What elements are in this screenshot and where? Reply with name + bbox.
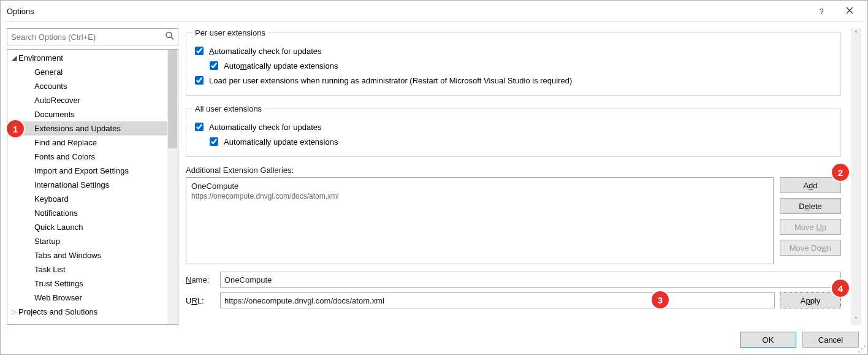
chevron-right-icon[interactable] — [10, 308, 18, 316]
apply-button[interactable]: Apply — [780, 292, 841, 308]
callout-1: 1 — [7, 120, 24, 137]
tree-item-international[interactable]: International Settings — [7, 178, 178, 192]
search-container — [7, 28, 178, 45]
chk-all-auto-update: Automatically update extensions — [207, 136, 834, 148]
window-title: Options — [7, 7, 807, 16]
url-row: URL: Apply — [186, 292, 841, 308]
per-user-group: Per user extensions Automatically check … — [186, 28, 841, 96]
name-row: Name: — [186, 272, 841, 288]
options-tree[interactable]: Environment General Accounts AutoRecover… — [7, 49, 178, 325]
chk-auto-check-updates-box[interactable] — [195, 47, 204, 55]
chk-load-admin: Load per user extensions when running as… — [192, 74, 834, 86]
help-icon: ? — [819, 7, 823, 16]
page-scrollbar[interactable]: ˄ ˅ — [851, 28, 861, 325]
chk-auto-update-ext: Automatically update extensions — [207, 59, 834, 72]
all-user-legend: All user extensions — [192, 104, 264, 113]
tree-item-documents[interactable]: Documents — [7, 107, 178, 121]
move-down-button[interactable]: Move Down — [780, 240, 841, 256]
callout-3: 3 — [652, 291, 669, 308]
url-label: URL: — [186, 296, 215, 305]
tree-item-accounts[interactable]: Accounts — [7, 79, 178, 93]
add-button[interactable]: Add — [780, 177, 841, 193]
tree-item-web-browser[interactable]: Web Browser — [7, 291, 178, 305]
svg-line-3 — [171, 37, 173, 40]
all-user-group: All user extensions Automatically check … — [186, 104, 841, 157]
name-label: Name: — [186, 275, 215, 284]
close-icon — [846, 7, 853, 16]
page-column: Per user extensions Automatically check … — [186, 28, 861, 325]
callout-2: 2 — [832, 164, 849, 181]
chk-auto-update-ext-label[interactable]: Automatically update extensions — [224, 61, 338, 71]
chk-auto-check-updates: Automatically check for updates — [192, 45, 834, 57]
tree-item-import-export[interactable]: Import and Export Settings — [7, 164, 178, 178]
ok-button[interactable]: OK — [740, 332, 796, 348]
chk-all-auto-check: Automatically check for updates — [192, 121, 834, 133]
options-dialog: Options ? Environment General — [0, 0, 868, 355]
tree-node-environment[interactable]: Environment — [7, 51, 178, 65]
close-button[interactable] — [836, 1, 864, 21]
chk-auto-check-updates-label[interactable]: Automatically check for updates — [209, 47, 322, 56]
tree-item-fonts-colors[interactable]: Fonts and Colors — [7, 150, 178, 164]
search-input[interactable] — [7, 28, 178, 45]
resize-grip-icon[interactable]: ⋰ — [858, 345, 866, 353]
galleries-area: OneCompute https://onecompute.dnvgl.com/… — [186, 177, 841, 264]
tree-label: Environment — [18, 53, 63, 63]
tree-item-tabs-windows[interactable]: Tabs and Windows — [7, 248, 178, 262]
dialog-body: Environment General Accounts AutoRecover… — [1, 22, 867, 325]
gallery-entry-name[interactable]: OneCompute — [191, 181, 768, 191]
cancel-button[interactable]: Cancel — [802, 332, 859, 348]
tree-label: Projects and Solutions — [18, 307, 97, 316]
callout-4: 4 — [832, 280, 849, 297]
nav-column: Environment General Accounts AutoRecover… — [7, 28, 178, 325]
tree-item-notifications[interactable]: Notifications — [7, 206, 178, 220]
help-button[interactable]: ? — [807, 1, 836, 21]
url-input[interactable] — [220, 292, 775, 308]
chk-all-auto-update-label[interactable]: Automatically update extensions — [224, 137, 338, 147]
tree-item-general[interactable]: General — [7, 65, 178, 79]
chk-load-admin-box[interactable] — [195, 76, 204, 85]
svg-point-2 — [166, 32, 172, 38]
tree-item-task-list[interactable]: Task List — [7, 262, 178, 277]
chk-load-admin-label[interactable]: Load per user extensions when running as… — [209, 76, 572, 85]
galleries-label: Additional Extension Galleries: — [186, 166, 841, 175]
chk-all-auto-check-label[interactable]: Automatically check for updates — [209, 123, 322, 132]
delete-button[interactable]: Delete — [780, 198, 841, 214]
tree-item-keyboard[interactable]: Keyboard — [7, 192, 178, 206]
chk-auto-update-ext-box[interactable] — [210, 61, 218, 70]
scroll-up-icon[interactable]: ˄ — [851, 28, 861, 39]
tree-scrollbar[interactable] — [167, 50, 178, 324]
tree-item-quick-launch[interactable]: Quick Launch — [7, 220, 178, 234]
tree-node-projects-solutions[interactable]: Projects and Solutions — [7, 305, 178, 319]
per-user-legend: Per user extensions — [192, 28, 268, 37]
gallery-buttons: Add Delete Move Up Move Down — [780, 177, 841, 264]
name-input[interactable] — [220, 272, 841, 288]
chk-all-auto-update-box[interactable] — [210, 137, 218, 146]
tree-item-find-replace[interactable]: Find and Replace — [7, 136, 178, 150]
tree-item-extensions-updates[interactable]: Extensions and Updates — [7, 121, 178, 136]
dialog-footer: OK Cancel — [1, 325, 867, 354]
tree-item-trust-settings[interactable]: Trust Settings — [7, 277, 178, 291]
titlebar: Options ? — [1, 1, 867, 21]
tree-item-autorecover[interactable]: AutoRecover — [7, 93, 178, 107]
scrollbar-thumb[interactable] — [168, 50, 177, 148]
gallery-entry-url: https://onecompute.dnvgl.com/docs/atom.x… — [191, 192, 768, 200]
chk-all-auto-check-box[interactable] — [195, 123, 204, 131]
page-content: Per user extensions Automatically check … — [186, 28, 846, 325]
chevron-down-icon[interactable] — [10, 54, 18, 62]
galleries-list[interactable]: OneCompute https://onecompute.dnvgl.com/… — [186, 177, 774, 264]
tree-item-startup[interactable]: Startup — [7, 234, 178, 248]
scroll-down-icon[interactable]: ˅ — [851, 315, 861, 325]
move-up-button[interactable]: Move Up — [780, 219, 841, 235]
search-icon[interactable] — [165, 31, 175, 43]
